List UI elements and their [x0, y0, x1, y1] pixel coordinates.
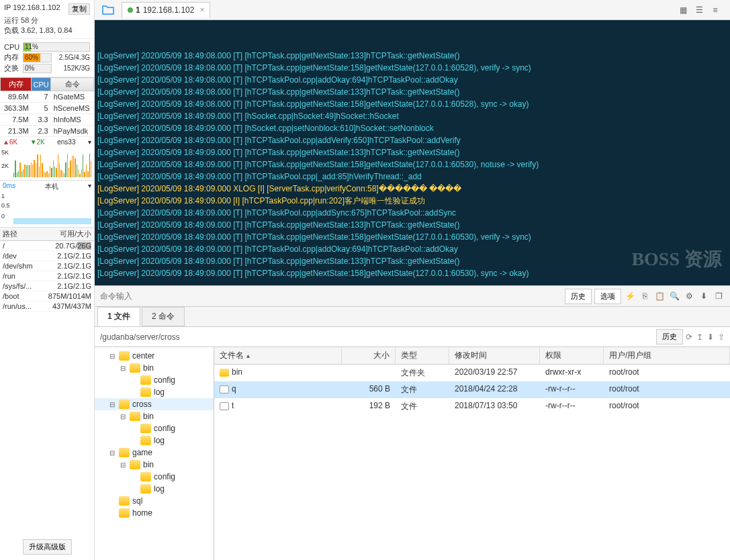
session-tab[interactable]: 1 192.168.1.102 ×	[122, 2, 210, 17]
menu-icon[interactable]: ≡	[709, 3, 722, 17]
folder-icon	[130, 460, 140, 469]
command-input[interactable]	[100, 291, 562, 301]
process-row[interactable]: 21.3M2.3hPayMsdk	[1, 126, 94, 137]
cpu-meter: 11%	[23, 42, 90, 52]
path-history-button[interactable]: 历史	[656, 329, 683, 344]
chevron-down-icon[interactable]: ▾	[88, 182, 91, 191]
tab-commands[interactable]: 2 命令	[142, 307, 185, 326]
main-area: 1 192.168.1.102 × ▦ ☰ ≡ [LogServer] 2020…	[95, 0, 730, 560]
fs-row[interactable]: /run/us...437M/437M	[0, 301, 94, 312]
swap-meter: 0%	[23, 64, 52, 73]
col-owner[interactable]: 用户/用户组	[604, 347, 730, 364]
tree-item[interactable]: log	[95, 434, 214, 447]
fs-row[interactable]: /dev2.1G/2.1G	[0, 251, 94, 261]
file-row[interactable]: q560 B文件2018/04/24 22:28-rw-r--r--root/r…	[214, 381, 730, 398]
command-bar: 历史 选项 ⚡ ⎘ 📋 🔍 ⚙ ⬇ ❐	[95, 285, 730, 307]
fs-row[interactable]: /sys/fs/...2.1G/2.1G	[0, 281, 94, 291]
doc-icon	[220, 385, 229, 393]
popout-icon[interactable]: ❐	[713, 290, 725, 302]
path-bar: /gudanba/server/cross 历史 ⟳ ↥ ⬇ ⇪	[95, 327, 730, 347]
col-permissions[interactable]: 权限	[540, 347, 604, 364]
process-row[interactable]: 363.3M5hSceneMS	[1, 103, 94, 114]
mem-meter: 60%	[23, 53, 52, 62]
path-text[interactable]: /gudanba/server/cross	[100, 332, 653, 342]
tree-item[interactable]: sql	[95, 495, 214, 507]
col-size[interactable]: 可用/大小	[40, 228, 94, 241]
tree-item[interactable]: ⊟center	[95, 350, 214, 362]
folder-icon	[140, 436, 151, 445]
tree-item[interactable]: ⊟game	[95, 447, 214, 459]
history-button[interactable]: 历史	[565, 289, 592, 304]
doc-icon	[220, 402, 229, 410]
refresh-icon[interactable]: ⟳	[686, 332, 692, 342]
folder-icon	[130, 412, 140, 421]
gear-icon[interactable]: ⚙	[683, 290, 695, 302]
tab-files[interactable]: 1 文件	[97, 307, 140, 326]
folder-icon	[140, 472, 151, 481]
paste-icon[interactable]: 📋	[653, 290, 666, 302]
tree-item[interactable]: config	[95, 422, 214, 434]
col-path[interactable]: 路径	[0, 228, 40, 241]
tree-item[interactable]: ⊟cross	[95, 398, 214, 410]
upload-icon[interactable]: ↥	[696, 332, 703, 342]
folder-icon	[119, 351, 130, 361]
server-info: IP 192.168.1.102 复制 运行 58 分 负载 3.62, 1.8…	[0, 0, 94, 39]
folder-icon	[119, 496, 130, 506]
layout-icon[interactable]: ☰	[692, 3, 706, 17]
search-icon[interactable]: 🔍	[668, 290, 680, 302]
copy-icon[interactable]: ⎘	[639, 290, 651, 302]
download-icon[interactable]: ⬇	[707, 332, 714, 342]
folder-icon	[119, 448, 130, 457]
bookmark-icon[interactable]: ⇪	[718, 332, 725, 342]
upgrade-button[interactable]: 升级高级版	[23, 539, 72, 555]
fs-row[interactable]: /dev/shm2.1G/2.1G	[0, 261, 94, 271]
folder-icon	[140, 424, 151, 433]
open-folder-icon[interactable]	[97, 2, 119, 18]
download-icon: ▼2K	[30, 138, 45, 146]
col-filename[interactable]: 文件名▲	[214, 347, 342, 364]
uptime-label: 运行 58 分	[4, 15, 90, 26]
bolt-icon[interactable]: ⚡	[624, 290, 636, 302]
terminal-output[interactable]: [LogServer] 2020/05/09 18:49:08.000 [T] …	[95, 20, 730, 285]
ip-label: IP 192.168.1.102	[4, 3, 60, 15]
tree-item[interactable]: log	[95, 386, 214, 398]
col-filetype[interactable]: 类型	[396, 347, 449, 364]
folder-icon	[140, 375, 151, 385]
tree-item[interactable]: ⊟bin	[95, 410, 214, 422]
file-row[interactable]: t192 B文件2018/07/13 03:50-rw-r--r--root/r…	[214, 398, 730, 415]
process-row[interactable]: 7.5M3.3hInfoMS	[1, 114, 94, 126]
file-browser: ⊟center⊟binconfiglog⊟cross⊟binconfiglog⊟…	[95, 347, 730, 560]
folder-icon	[119, 400, 130, 409]
process-row[interactable]: 89.6M7hGateMS	[1, 91, 94, 103]
sidebar: IP 192.168.1.102 复制 运行 58 分 负载 3.62, 1.8…	[0, 0, 95, 560]
folder-tree[interactable]: ⊟center⊟binconfiglog⊟cross⊟binconfiglog⊟…	[95, 347, 214, 560]
close-icon[interactable]: ×	[199, 5, 204, 15]
copy-button[interactable]: 复制	[69, 3, 90, 15]
col-cpu[interactable]: CPU	[32, 78, 51, 91]
col-modified[interactable]: 修改时间	[449, 347, 540, 364]
col-filesize[interactable]: 大小	[342, 347, 396, 364]
fs-row[interactable]: /run2.1G/2.1G	[0, 271, 94, 281]
col-mem[interactable]: 内存	[1, 78, 32, 91]
tree-item[interactable]: ⊟bin	[95, 459, 214, 471]
mem-label: 内存	[4, 52, 23, 62]
tree-item[interactable]: config	[95, 374, 214, 386]
status-dot-icon	[128, 7, 133, 13]
options-button[interactable]: 选项	[594, 289, 621, 304]
latency-chart: 0ms 本机▾ 1 0.5 0	[0, 181, 94, 228]
chevron-down-icon[interactable]: ▾	[88, 138, 91, 146]
tree-item[interactable]: log	[95, 483, 214, 495]
tab-bar: 1 192.168.1.102 × ▦ ☰ ≡	[95, 0, 730, 20]
tree-item[interactable]: ⊟bin	[95, 362, 214, 374]
file-row[interactable]: bin文件夹2020/03/19 22:57drwxr-xr-xroot/roo…	[214, 365, 730, 381]
tree-item[interactable]: home	[95, 507, 214, 519]
fs-row[interactable]: /20.7G/26G	[0, 241, 94, 251]
tree-item[interactable]: config	[95, 471, 214, 483]
folder-icon	[119, 508, 130, 518]
swap-label: 交换	[4, 63, 23, 73]
col-cmd[interactable]: 命令	[51, 78, 94, 91]
grid-icon[interactable]: ▦	[676, 3, 690, 17]
folder-icon	[140, 387, 151, 397]
fs-row[interactable]: /boot875M/1014M	[0, 291, 94, 301]
download-icon[interactable]: ⬇	[698, 290, 710, 302]
